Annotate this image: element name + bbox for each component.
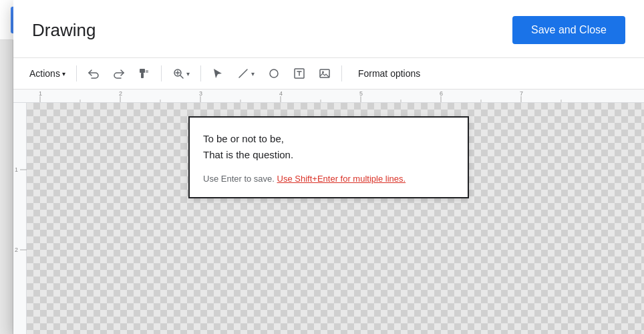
toolbar-separator-1 <box>76 65 77 81</box>
svg-text:1: 1 <box>15 166 18 173</box>
canvas-area: 1 2 3 4 5 6 7 <box>13 90 644 334</box>
shape-button[interactable] <box>263 63 285 84</box>
svg-rect-12 <box>140 69 145 73</box>
left-ruler-svg: 1 2 <box>13 103 27 334</box>
svg-text:1: 1 <box>39 90 42 97</box>
canvas-ruler-left: 1 2 <box>13 103 27 334</box>
ruler-top: 1 2 3 4 5 6 7 <box>13 90 644 103</box>
ruler-svg: 1 2 3 4 5 6 7 <box>13 90 644 103</box>
shape-icon <box>268 67 280 79</box>
select-icon <box>212 67 224 79</box>
left-ruler <box>0 40 13 334</box>
dialog-title: Drawing <box>32 20 96 41</box>
paint-format-button[interactable] <box>133 63 156 84</box>
line-chevron-icon: ▾ <box>251 70 255 77</box>
text-box-text: To be or not to be, That is the question… <box>203 131 454 163</box>
svg-text:2: 2 <box>15 246 18 253</box>
svg-text:6: 6 <box>440 90 443 97</box>
actions-menu-button[interactable]: Actions ▾ <box>24 64 71 83</box>
line-button[interactable]: ▾ <box>232 63 260 84</box>
svg-text:3: 3 <box>199 90 202 97</box>
select-button[interactable] <box>206 63 229 84</box>
save-close-button[interactable]: Save and Close <box>512 16 625 44</box>
dialog-header: Drawing Save and Close <box>13 0 644 58</box>
image-icon <box>319 67 331 79</box>
svg-point-18 <box>322 71 324 73</box>
textbox-button[interactable] <box>288 63 311 84</box>
format-options-button[interactable]: Format options <box>353 64 426 83</box>
zoom-button[interactable]: ▾ <box>167 63 195 84</box>
line-icon <box>237 67 249 79</box>
text-hint-link: Use Shift+Enter for multiple lines. <box>277 174 406 184</box>
svg-rect-13 <box>141 73 144 78</box>
actions-chevron-icon: ▾ <box>62 70 65 77</box>
drawing-dialog: Drawing Save and Close Actions ▾ <box>13 0 644 334</box>
svg-text:7: 7 <box>520 90 523 97</box>
svg-point-15 <box>270 69 278 77</box>
text-hint: Use Enter to save. Use Shift+Enter for m… <box>203 174 454 184</box>
redo-icon <box>113 67 125 79</box>
svg-text:5: 5 <box>359 90 363 97</box>
text-box-container[interactable]: To be or not to be, That is the question… <box>188 116 469 198</box>
svg-text:4: 4 <box>279 90 283 97</box>
canvas-content[interactable]: 1 2 To be or not to be, That is the ques… <box>13 103 644 334</box>
undo-icon <box>88 67 100 79</box>
toolbar-separator-2 <box>161 65 162 81</box>
paint-format-icon <box>138 67 150 79</box>
zoom-icon <box>172 67 184 79</box>
svg-text:2: 2 <box>119 90 122 97</box>
undo-button[interactable] <box>82 63 105 84</box>
image-button[interactable] <box>313 63 336 84</box>
redo-button[interactable] <box>108 63 130 84</box>
textbox-icon <box>293 67 305 79</box>
toolbar: Actions ▾ ▾ <box>13 58 644 90</box>
toolbar-separator-4 <box>341 65 342 81</box>
zoom-chevron-icon: ▾ <box>186 70 190 77</box>
toolbar-separator-3 <box>200 65 201 81</box>
